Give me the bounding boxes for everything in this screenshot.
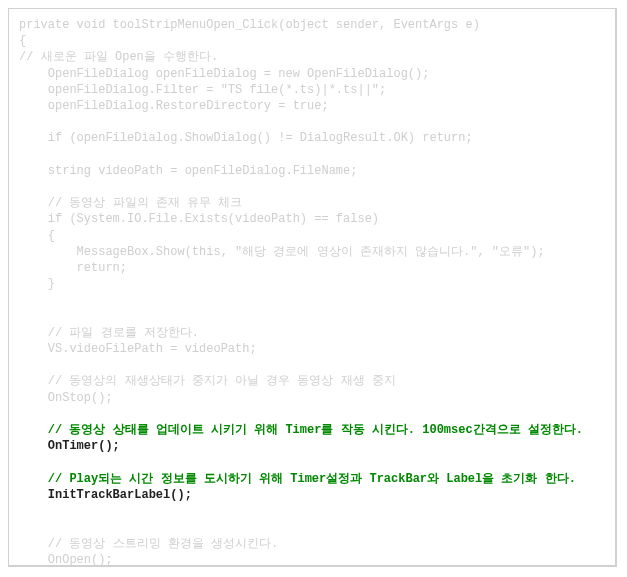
code-line: OnStop(); xyxy=(19,391,113,405)
code-line: openFileDialog.Filter = "TS file(*.ts)|*… xyxy=(19,83,386,97)
code-line: return; xyxy=(19,261,127,275)
code-line: string videoPath = openFileDialog.FileNa… xyxy=(19,164,357,178)
code-line: { xyxy=(19,229,55,243)
code-line: OpenFileDialog openFileDialog = new Open… xyxy=(19,67,429,81)
code-line: { xyxy=(19,34,26,48)
code-line: if (openFileDialog.ShowDialog() != Dialo… xyxy=(19,131,473,145)
code-line: // 파일 경로를 저장한다. xyxy=(19,326,199,340)
code-call-highlight: InitTrackBarLabel(); xyxy=(48,488,192,502)
code-indent xyxy=(19,488,48,502)
code-line: VS.videoFilePath = videoPath; xyxy=(19,342,257,356)
code-line: } xyxy=(19,277,55,291)
code-line: // 새로운 파일 Open을 수행한다. xyxy=(19,50,218,64)
code-line: // 동영상 스트리밍 환경을 생성시킨다. xyxy=(19,537,278,551)
code-indent xyxy=(19,423,48,437)
code-block: private void toolStripMenuOpen_Click(obj… xyxy=(19,17,605,567)
code-line: // 동영상의 재생상태가 중지가 아닐 경우 동영상 재생 중지 xyxy=(19,374,396,388)
code-line: private void toolStripMenuOpen_Click(obj… xyxy=(19,18,480,32)
code-line: // 동영상 파일의 존재 유무 체크 xyxy=(19,196,242,210)
code-indent xyxy=(19,439,48,453)
code-line: OnOpen(); xyxy=(19,553,113,567)
code-line: if (System.IO.File.Exists(videoPath) == … xyxy=(19,212,379,226)
code-snippet-box: private void toolStripMenuOpen_Click(obj… xyxy=(8,8,617,567)
code-comment-highlight: // Play되는 시간 정보를 도시하기 위해 Timer설정과 TrackB… xyxy=(48,472,576,486)
code-call-highlight: OnTimer(); xyxy=(48,439,120,453)
code-line: MessageBox.Show(this, "해당 경로에 영상이 존재하지 않… xyxy=(19,245,545,259)
code-indent xyxy=(19,472,48,486)
code-comment-highlight: // 동영상 상태를 업데이트 시키기 위해 Timer를 작동 시킨다. 10… xyxy=(48,423,583,437)
code-line: openFileDialog.RestoreDirectory = true; xyxy=(19,99,329,113)
